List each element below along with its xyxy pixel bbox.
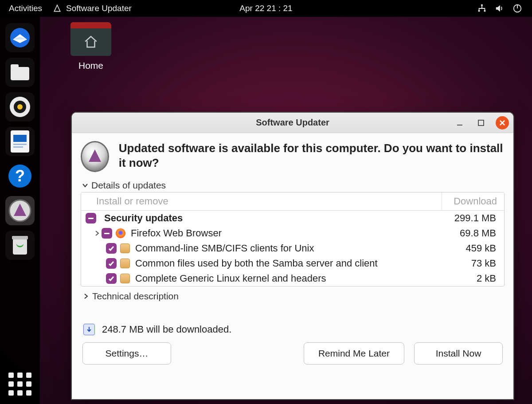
item-size: 73 kB (471, 258, 500, 269)
dock-software-updater[interactable] (5, 196, 35, 225)
app-menu[interactable]: Software Updater (53, 4, 132, 13)
show-applications[interactable] (7, 371, 33, 397)
group-row[interactable]: Security updates 299.1 MB (81, 211, 504, 226)
item-name: Firefox Web Browser (131, 227, 222, 239)
folder-icon (70, 22, 111, 56)
software-updater-window: Software Updater Updated software is ava… (71, 112, 514, 400)
updates-list: Install or remove Download Security upda… (81, 192, 505, 286)
group-size: 299.1 MB (454, 212, 500, 224)
minimize-button[interactable] (453, 116, 466, 129)
download-total-text: 248.7 MB will be downloaded. (102, 324, 231, 335)
window-title: Software Updater (256, 118, 329, 128)
package-icon (120, 259, 130, 268)
updater-icon (53, 4, 62, 13)
dock-rhythmbox[interactable] (5, 92, 35, 122)
dock: ? (0, 17, 40, 404)
svg-point-10 (17, 104, 23, 110)
list-item[interactable]: Common files used by both the Samba serv… (81, 256, 504, 271)
desktop-icon-label: Home (78, 60, 103, 71)
chevron-down-icon (82, 182, 89, 189)
chevron-right-icon[interactable] (93, 227, 102, 239)
list-item[interactable]: Firefox Web Browser 69.8 MB (81, 226, 504, 241)
dock-thunderbird[interactable] (5, 23, 35, 52)
volume-icon[interactable] (495, 4, 505, 13)
settings-button[interactable]: Settings… (82, 342, 171, 365)
dock-help[interactable]: ? (5, 161, 35, 191)
svg-rect-6 (11, 67, 29, 80)
technical-description-expander[interactable]: Technical description (82, 291, 505, 302)
updater-large-icon (81, 141, 109, 172)
checkbox-indeterminate[interactable] (86, 213, 96, 224)
remind-later-button[interactable]: Remind Me Later (304, 342, 404, 365)
app-menu-label: Software Updater (66, 4, 132, 13)
svg-rect-13 (13, 144, 27, 145)
svg-rect-0 (481, 4, 483, 6)
item-name: Complete Generic Linux kernel and header… (135, 273, 326, 284)
maximize-button[interactable] (474, 116, 488, 129)
download-summary: 248.7 MB will be downloaded. (83, 324, 505, 335)
details-expander[interactable]: Details of updates (82, 180, 505, 191)
item-size: 459 kB (466, 243, 500, 254)
details-label: Details of updates (91, 180, 166, 191)
svg-rect-21 (478, 120, 484, 126)
clock[interactable]: Apr 22 21 : 21 (239, 4, 292, 13)
chevron-right-icon (82, 293, 90, 300)
svg-rect-19 (12, 236, 28, 239)
package-icon (120, 243, 130, 253)
headline-text: Updated software is available for this c… (119, 141, 505, 170)
download-icon (83, 324, 95, 335)
item-name: Command-line SMB/CIFS clients for Unix (135, 243, 314, 254)
titlebar[interactable]: Software Updater (72, 113, 513, 133)
svg-rect-2 (484, 10, 486, 12)
checkbox-checked[interactable] (106, 243, 117, 254)
group-name: Security updates (104, 212, 183, 224)
item-name: Common files used by both the Samba serv… (135, 258, 378, 269)
item-size: 2 kB (477, 273, 500, 284)
list-item[interactable]: Complete Generic Linux kernel and header… (81, 271, 504, 286)
close-button[interactable] (496, 116, 509, 129)
activities-button[interactable]: Activities (9, 4, 42, 13)
checkbox-checked[interactable] (106, 258, 117, 269)
checkbox-checked[interactable] (106, 273, 117, 284)
install-now-button[interactable]: Install Now (414, 342, 503, 365)
checkbox-indeterminate[interactable] (102, 228, 112, 239)
svg-text:?: ? (15, 167, 25, 185)
network-icon[interactable] (477, 4, 487, 13)
firefox-icon (116, 228, 125, 238)
svg-rect-1 (478, 10, 480, 12)
dock-files[interactable] (5, 58, 35, 87)
power-icon[interactable] (512, 4, 522, 13)
list-item[interactable]: Command-line SMB/CIFS clients for Unix 4… (81, 241, 504, 256)
svg-rect-14 (13, 146, 23, 148)
svg-rect-7 (11, 64, 19, 69)
item-size: 69.8 MB (460, 227, 500, 239)
dock-libreoffice-writer[interactable] (5, 127, 35, 156)
list-header: Install or remove Download (81, 192, 504, 211)
svg-rect-12 (13, 135, 27, 142)
package-icon (120, 274, 130, 283)
desktop-home-folder[interactable]: Home (66, 22, 115, 71)
dock-trash[interactable] (5, 231, 35, 260)
top-bar: Activities Software Updater Apr 22 21 : … (0, 0, 532, 17)
technical-description-label: Technical description (92, 291, 179, 302)
col-download-label: Download (442, 192, 504, 210)
col-install-label: Install or remove (81, 192, 442, 210)
